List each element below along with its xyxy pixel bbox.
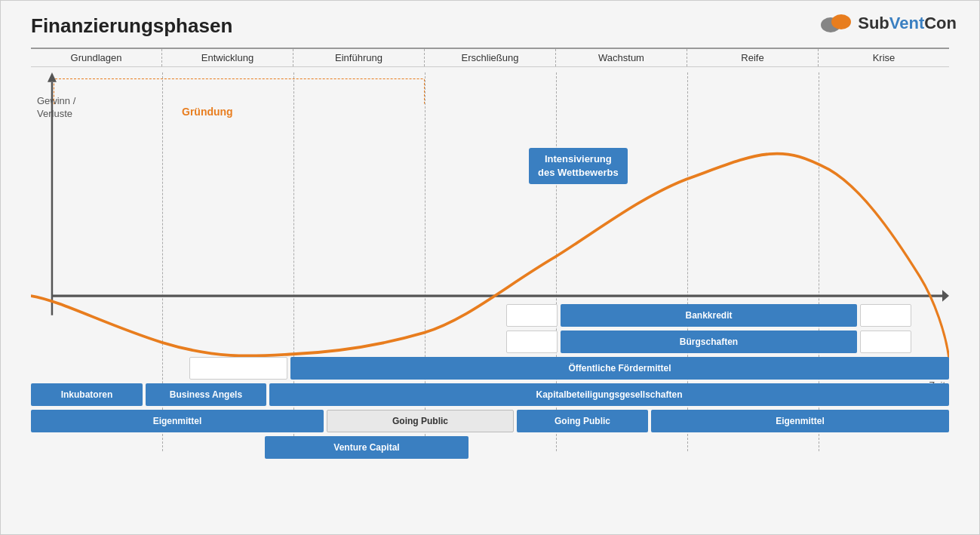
- phase-erschliessung: Erschließung: [424, 49, 555, 66]
- phase-entwicklung: Entwicklung: [161, 49, 293, 66]
- eigenmittel-row: Eigenmittel Going Public Going Public Ei…: [31, 410, 949, 432]
- going-public-1-bar: Going Public: [327, 410, 514, 432]
- foerdermittel-row: Öffentliche Fördermittel: [189, 357, 949, 380]
- phase-krise: Krise: [818, 49, 949, 66]
- kapbeteil-bar: Kapitalbeteiligungsgesellschaften: [269, 383, 949, 406]
- svg-marker-5: [48, 72, 57, 82]
- eigenmittel-left-bar: Eigenmittel: [31, 410, 324, 432]
- bar-white-1: [506, 304, 558, 327]
- svg-marker-3: [942, 290, 949, 301]
- venture-row: Venture Capital: [265, 436, 468, 459]
- logo-icon: [819, 11, 853, 35]
- eigenmittel-right-bar: Eigenmittel: [651, 410, 949, 432]
- logo-text: SubVentCon: [858, 14, 957, 33]
- going-public-2-bar: Going Public: [517, 410, 648, 432]
- bankkredit-row: Bankkredit: [506, 304, 911, 327]
- bar-white-foerd: [189, 357, 287, 380]
- buergschaften-bar: Bürgschaften: [561, 331, 857, 353]
- chart-area: Gewinn /Verluste Gründung Intensivierung…: [31, 72, 949, 451]
- bar-white-2: [860, 304, 911, 327]
- phase-einfuehrung: Einführung: [293, 49, 424, 66]
- foerdermittel-bar: Öffentliche Fördermittel: [290, 357, 949, 380]
- business-angels-bar: Business Angels: [146, 383, 266, 406]
- phase-wachstum: Wachstum: [555, 49, 687, 66]
- bar-white-3: [506, 331, 558, 353]
- bar-white-4: [860, 331, 911, 353]
- slide: Finanzierungsphasen SubVentCon Grundlage…: [0, 0, 980, 535]
- svg-point-1: [831, 14, 851, 29]
- phase-grundlagen: Grundlagen: [31, 49, 161, 66]
- inkubatoren-row: Inkubatoren Business Angels Kapitalbetei…: [31, 383, 949, 406]
- phase-reife: Reife: [687, 49, 818, 66]
- page-title: Finanzierungsphasen: [31, 14, 232, 38]
- logo: SubVentCon: [819, 11, 957, 35]
- phases-row: Grundlagen Entwicklung Einführung Erschl…: [31, 48, 949, 67]
- inkubatoren-bar: Inkubatoren: [31, 383, 143, 406]
- venture-capital-bar: Venture Capital: [265, 436, 468, 459]
- bankkredit-bar: Bankkredit: [561, 304, 857, 327]
- buergschaften-row: Bürgschaften: [506, 331, 911, 353]
